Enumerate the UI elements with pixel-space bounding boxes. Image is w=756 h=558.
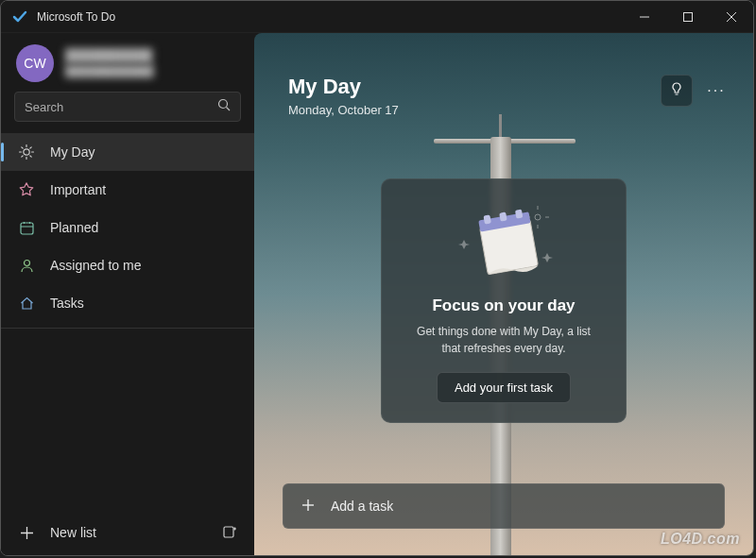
calendar-icon	[18, 219, 35, 236]
watermark: LO4D.com	[661, 531, 740, 548]
sidebar-item-label: Planned	[50, 220, 98, 235]
app-window: Microsoft To Do CW ██████████ ██████████…	[0, 0, 754, 556]
focus-heading: Focus on your day	[403, 296, 605, 315]
page-date: Monday, October 17	[288, 103, 399, 117]
app-title: Microsoft To Do	[37, 10, 623, 24]
svg-line-12	[30, 156, 31, 157]
person-icon	[18, 257, 35, 274]
main-header: My Day Monday, October 17 ···	[288, 75, 730, 117]
svg-line-11	[22, 147, 23, 148]
app-body: CW ██████████ ████████████ Search	[1, 33, 753, 555]
app-logo-icon	[12, 9, 27, 25]
avatar: CW	[16, 44, 54, 82]
search-icon	[217, 98, 231, 115]
add-task-label: Add a task	[331, 499, 393, 514]
sidebar-item-label: Tasks	[50, 296, 84, 311]
sidebar-item-label: My Day	[50, 144, 94, 160]
focus-illustration	[403, 202, 605, 283]
svg-point-19	[24, 260, 29, 265]
svg-line-14	[30, 147, 31, 148]
titlebar: Microsoft To Do	[1, 1, 753, 33]
user-email: ████████████	[65, 64, 154, 77]
sidebar-footer: New list	[1, 510, 254, 555]
sidebar-item-label: Important	[50, 182, 106, 197]
sidebar-item-planned[interactable]: Planned	[1, 209, 254, 246]
sidebar-item-assigned[interactable]: Assigned to me	[1, 246, 254, 284]
page-title: My Day	[288, 75, 399, 99]
svg-rect-1	[684, 12, 693, 21]
more-options-button[interactable]: ···	[702, 76, 730, 105]
new-group-icon[interactable]	[222, 524, 237, 542]
sidebar-item-tasks[interactable]: Tasks	[1, 284, 254, 322]
focus-subtext: Get things done with My Day, a list that…	[403, 323, 605, 357]
add-task-input[interactable]: Add a task	[283, 483, 725, 529]
window-controls	[623, 1, 753, 32]
suggestions-button[interactable]	[661, 75, 693, 107]
plus-icon	[301, 498, 316, 516]
new-list-button[interactable]: New list	[18, 524, 96, 541]
sidebar-item-my-day[interactable]: My Day	[1, 133, 254, 171]
user-info: ██████████ ████████████	[65, 48, 154, 77]
user-account-row[interactable]: CW ██████████ ████████████	[1, 33, 254, 92]
plus-icon	[18, 524, 35, 541]
svg-point-26	[535, 214, 541, 220]
home-icon	[18, 295, 35, 312]
nav-divider	[1, 328, 254, 329]
lightbulb-icon	[669, 81, 684, 100]
new-list-label: New list	[50, 525, 96, 540]
close-button[interactable]	[710, 1, 753, 32]
sidebar-item-important[interactable]: Important	[1, 171, 254, 209]
search-placeholder: Search	[25, 100, 63, 114]
sidebar: CW ██████████ ████████████ Search	[1, 33, 254, 555]
minimize-button[interactable]	[623, 1, 666, 32]
add-first-task-button[interactable]: Add your first task	[437, 372, 571, 403]
search-input[interactable]: Search	[14, 92, 241, 122]
nav-list: My Day Important Planned	[1, 131, 254, 334]
sidebar-item-label: Assigned to me	[50, 258, 142, 273]
svg-line-13	[22, 156, 23, 157]
ellipsis-icon: ···	[707, 82, 725, 99]
svg-rect-15	[21, 223, 33, 234]
maximize-button[interactable]	[666, 1, 710, 32]
svg-point-4	[219, 100, 228, 109]
user-name: ██████████	[65, 48, 154, 64]
svg-point-6	[24, 149, 29, 155]
star-icon	[18, 181, 35, 198]
svg-rect-22	[224, 527, 233, 537]
main-panel: My Day Monday, October 17 ···	[254, 33, 753, 555]
svg-line-5	[227, 108, 231, 111]
sun-icon	[18, 144, 35, 161]
focus-card: Focus on your day Get things done with M…	[381, 178, 627, 423]
